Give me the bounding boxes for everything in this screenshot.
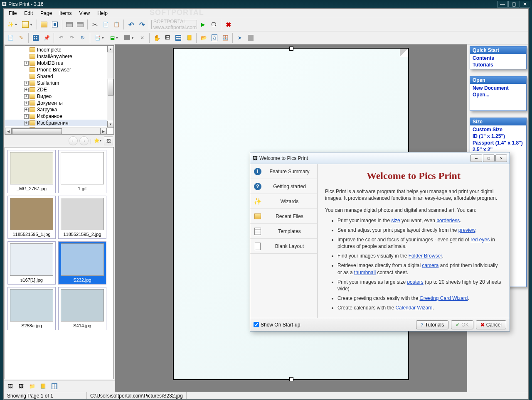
grid-snap-button[interactable] (31, 33, 41, 43)
redo2-button[interactable]: ↷ (67, 33, 77, 43)
tree-item[interactable]: Phone Browser (5, 66, 113, 73)
open-link[interactable]: Open... (472, 91, 525, 98)
shape-button[interactable]: ▼ (122, 33, 136, 43)
close-button[interactable]: ✕ (520, 1, 530, 7)
add-images-button[interactable]: 🖼 (16, 381, 26, 391)
dialog-titlebar[interactable]: 🖼 Welcome to Pics Print — ▢ ✕ (250, 152, 510, 164)
delete-button[interactable]: ✖ (223, 20, 233, 29)
film-button[interactable]: 🎞 (163, 33, 172, 43)
tree-scrollbar-v[interactable]: ▲ ▼ (107, 46, 113, 128)
thumbnail[interactable]: S414.jpg (58, 287, 106, 330)
layer-button[interactable] (246, 33, 256, 43)
menu-items[interactable]: Items (56, 10, 75, 17)
dialog-close-button[interactable]: ✕ (495, 155, 507, 162)
arrange-button[interactable]: ⬓▼ (107, 33, 121, 43)
send-button[interactable]: ➤ (235, 33, 245, 43)
note-button[interactable]: 📒 (184, 33, 194, 43)
undo-button[interactable]: ↶ (126, 20, 136, 29)
thumbnail[interactable]: 1185521595_2.jpg (58, 196, 106, 239)
tree-item[interactable]: InstallAnywhere (5, 53, 113, 60)
cut-button[interactable]: ✂ (90, 20, 100, 29)
tree-item[interactable]: +Документы (5, 100, 113, 106)
tree-item[interactable]: +Изображения (5, 120, 113, 126)
thumbnail[interactable]: S253a.jpg (7, 287, 56, 330)
pencil-button[interactable]: ✎ (16, 33, 26, 43)
pin-button[interactable]: 📌 (42, 33, 52, 43)
menu-help[interactable]: Help (94, 10, 111, 17)
tree-item[interactable]: Incomplete (5, 47, 113, 53)
nav-back-button[interactable]: ← (69, 136, 78, 145)
thumb-grid-button[interactable] (49, 381, 59, 391)
nav-thumbs-button[interactable]: 🖼 (104, 136, 113, 145)
maximize-button[interactable]: ▢ (508, 1, 519, 7)
show-on-startup-checkbox[interactable]: Show On Start-up (254, 322, 414, 328)
size-link[interactable]: Passport (1.4" x 1.8") (472, 140, 525, 146)
dialog-nav-item[interactable]: ?Getting started (250, 179, 317, 194)
paste-button[interactable]: 📋 (111, 20, 121, 29)
refresh-button[interactable]: ↻ (78, 33, 88, 43)
add-image-button[interactable]: 🖼 (5, 381, 15, 391)
tree-item[interactable]: +Stellarium (5, 80, 113, 86)
thumbnail[interactable]: S232.jpg (58, 241, 106, 285)
thumbnail[interactable]: 1.gif (58, 150, 106, 193)
save-button[interactable] (50, 20, 60, 29)
text-button[interactable]: a (209, 33, 219, 43)
menu-edit[interactable]: Edit (21, 10, 36, 17)
tree-item[interactable]: +Загрузка (5, 106, 113, 113)
grid-view-button[interactable] (173, 33, 183, 43)
tree-item[interactable]: +Избранное (5, 113, 113, 120)
dialog-nav-item[interactable]: iFeature Summary (250, 164, 317, 179)
size-link[interactable]: ID (1" x 1.25") (472, 133, 525, 140)
tutorials-button[interactable]: ?Tutorials (416, 320, 448, 329)
slideshow-button[interactable]: 🖵 (209, 20, 219, 29)
print-preview-button[interactable] (75, 20, 85, 29)
dialog-nav-item[interactable]: Recent Files (250, 209, 317, 224)
quick-start-panel: Quick Start ContentsTutorials (470, 46, 527, 69)
nav-forward-button[interactable]: → (79, 136, 89, 145)
tree-scrollbar-h[interactable]: ◀ ▶ (5, 128, 107, 134)
dialog-minimize-button[interactable]: — (470, 155, 482, 162)
thumbnail[interactable]: _MG_2767.jpg (7, 150, 56, 193)
copy-button[interactable]: 📄 (101, 20, 111, 29)
open-button[interactable] (39, 20, 49, 29)
new-button[interactable]: ▼ (20, 20, 34, 29)
dialog-maximize-button[interactable]: ▢ (483, 155, 495, 162)
show-on-startup-input[interactable] (254, 322, 259, 327)
menu-view[interactable]: View (76, 10, 93, 17)
folder-button[interactable]: 📂 (199, 33, 209, 43)
nav-favorite-button[interactable]: ⭐▾ (93, 136, 102, 145)
doc-button[interactable]: 📄 (5, 33, 15, 43)
menu-page[interactable]: Page (37, 10, 55, 17)
play-button[interactable]: ▶ (198, 20, 208, 29)
window-button[interactable]: 🪟 (220, 33, 230, 43)
tree-item[interactable]: Shared (5, 73, 113, 80)
folder-tree[interactable]: IncompleteInstallAnywhere+MobiDB rusPhon… (5, 45, 114, 135)
print-button[interactable] (64, 20, 74, 29)
thumbnail[interactable]: s167[1].jpg (7, 241, 56, 285)
tree-item[interactable]: +MobiDB rus (5, 60, 113, 66)
redo-button[interactable]: ↷ (137, 20, 147, 29)
ok-button[interactable]: ✔OK (451, 320, 473, 329)
dialog-nav-item[interactable]: Templates (250, 224, 317, 239)
quick-start-link[interactable]: Contents (472, 55, 525, 61)
menu-file[interactable]: File (5, 10, 20, 17)
minimize-button[interactable]: — (497, 1, 508, 7)
quick-start-link[interactable]: Tutorials (472, 61, 525, 68)
thumbnail[interactable]: 1185521595_1.jpg (7, 196, 56, 239)
delete2-button[interactable]: ✕ (137, 33, 147, 43)
cancel-button[interactable]: ✖Cancel (476, 320, 506, 329)
undo2-button[interactable]: ↶ (56, 33, 66, 43)
tree-item[interactable]: +ZDE (5, 86, 113, 93)
canvas-area[interactable]: 🖼 Welcome to Pics Print — ▢ ✕ iFeature S… (115, 44, 467, 392)
add-folder-button[interactable]: 📁 (27, 381, 37, 391)
insert-button[interactable]: 📑▼ (92, 33, 106, 43)
wizards-button[interactable]: ✨▼ (5, 20, 20, 29)
dialog-nav-item[interactable]: Blank Layout (250, 239, 317, 254)
hand-tool-button[interactable]: ✋ (152, 33, 162, 43)
add-note-button[interactable]: 📒 (38, 381, 48, 391)
dialog-nav-item[interactable]: ✨Wizards (250, 194, 317, 209)
dialog-content[interactable]: Welcome to Pics Print Pics Print is a so… (318, 164, 510, 318)
size-link[interactable]: Custom Size (472, 126, 525, 133)
open-link[interactable]: New Document (472, 85, 525, 91)
tree-item[interactable]: +Видео (5, 93, 113, 100)
